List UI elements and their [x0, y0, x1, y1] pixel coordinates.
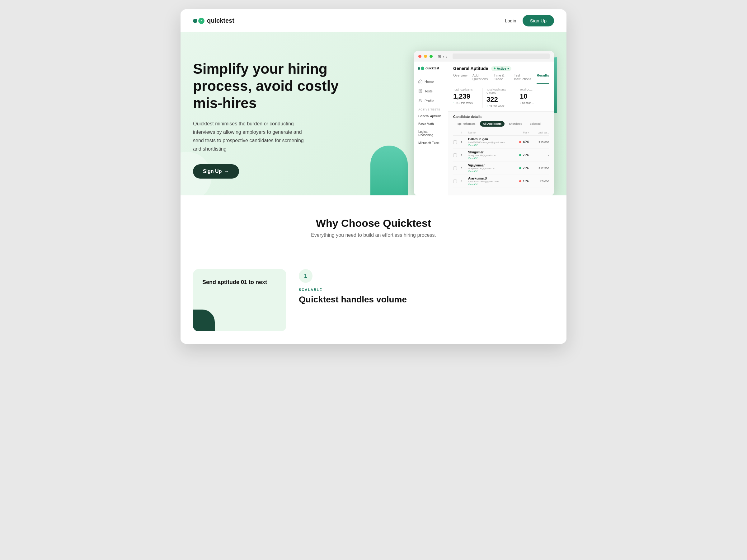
nav-actions: Login Sign Up — [505, 15, 554, 26]
col-check — [453, 131, 459, 134]
tab-overview[interactable]: Overview — [453, 74, 467, 84]
row2-name: Shugumar — [468, 151, 512, 154]
table-row: 2 Shugumar Shugumar98@gmail.com View CV … — [453, 149, 549, 162]
row4-salary: ₹5,000 — [531, 180, 549, 183]
step-number: 1 — [299, 269, 312, 283]
row3-name: Vijaykumar — [468, 164, 512, 167]
stat-total-qu: Total Qu... 10 3 Section... — [520, 88, 549, 108]
stat-cleared-arrow: ↑ — [487, 105, 488, 108]
row3-view-cv[interactable]: View CV — [468, 170, 512, 173]
row4-check[interactable] — [453, 180, 459, 183]
cand-tab-selected[interactable]: Selected — [526, 121, 544, 127]
active-tests-title: ACTIVE TESTS — [414, 108, 448, 111]
row1-num: 1 — [461, 141, 467, 144]
tab-results[interactable]: Results — [537, 74, 549, 84]
logo-icon: ✓ — [193, 18, 205, 24]
step-title: Quicktest handles volume — [299, 295, 554, 304]
app-content-tabs: Overview Add Questions Time & Grade Test… — [453, 74, 549, 84]
row3-mark-dot — [519, 167, 521, 169]
titlebar-icons: ⊞ ‹ › — [438, 54, 447, 59]
stat-total-applicants-arrow: ↑ — [453, 101, 455, 105]
sidebar-test-general-aptitude[interactable]: General Aptitude — [414, 112, 448, 120]
hero-cta-arrow: → — [224, 169, 229, 174]
hero-description: Quicktest minimises the burden or conduc… — [193, 119, 311, 153]
sidebar-logo-dot1 — [418, 67, 420, 70]
app-mock: ⊞ ‹ › quicktest — [414, 51, 554, 195]
app-content-title: General Aptitude — [453, 66, 488, 71]
row1-email: bala250100murugan@gmail.com — [468, 141, 512, 144]
sidebar-logo: quicktest — [414, 66, 448, 74]
cand-tab-shortlisted[interactable]: Shortlisted — [506, 121, 525, 127]
row2-check[interactable] — [453, 153, 459, 157]
row3-num: 3 — [461, 167, 467, 170]
logo-text: quicktest — [207, 17, 234, 24]
sidebar-test-ms-excel[interactable]: Microsoft Excel — [414, 139, 448, 147]
col-num: # — [461, 131, 467, 134]
stat-total-applicants-sub: ↑ 210 this Week — [453, 101, 479, 105]
table-row: 4 Ajaykumar.S ajayoffical2898@gmail.com … — [453, 175, 549, 188]
stat-cleared-label: Total Applicants Cleared — [487, 88, 512, 94]
row3-check[interactable] — [453, 166, 459, 170]
sidebar-logo-dot2 — [421, 66, 424, 70]
hero-cta-label: Sign Up — [203, 169, 222, 174]
tab-add-questions[interactable]: Add Questions — [472, 74, 489, 84]
hero-right: ⊞ ‹ › quicktest — [355, 51, 554, 195]
row2-mark: 70% — [514, 153, 529, 157]
sidebar-item-tests[interactable]: Tests — [414, 86, 448, 96]
logo-dot2: ✓ — [198, 18, 205, 24]
row1-check[interactable] — [453, 140, 459, 144]
tab-test-instructions[interactable]: Test Instructions — [514, 74, 532, 84]
stat-total-applicants-label: Total Applicants — [453, 88, 479, 91]
stat-total-qu-label: Total Qu... — [520, 88, 545, 91]
hero-section: Simplify your hiring process, avoid cost… — [181, 32, 566, 195]
profile-icon — [418, 99, 422, 103]
candidates-tabs: Top Performers All Applicants Shortliste… — [453, 121, 549, 127]
app-header-top: General Aptitude Active ▾ — [453, 66, 549, 71]
status-badge: Active ▾ — [491, 66, 511, 71]
sidebar-item-profile[interactable]: Profile — [414, 96, 448, 105]
app-titlebar: ⊞ ‹ › — [414, 51, 554, 61]
col-name: Name — [468, 131, 512, 134]
row3-mark-value: 70% — [523, 166, 529, 170]
row1-view-cv[interactable]: View CV — [468, 144, 512, 146]
row3-email: vijayku2818@gmail.com — [468, 167, 512, 170]
titlebar-dot-green — [430, 55, 433, 58]
candidates-section: Candidate details Top Performers All App… — [448, 112, 554, 191]
candidates-table: # Name Mark Last sa... 1 — [453, 130, 549, 188]
cand-tab-all-applicants[interactable]: All Applicants — [480, 121, 505, 127]
row1-info: Balamurugan bala250100murugan@gmail.com … — [468, 137, 512, 146]
sidebar-item-profile-label: Profile — [424, 99, 434, 103]
tab-time-grade[interactable]: Time & Grade — [494, 74, 509, 84]
row1-mark: 40% — [514, 140, 529, 144]
stat-total-applicants-sub-text: 210 this Week — [456, 101, 473, 105]
logo-dot1 — [193, 19, 197, 23]
features-steps: 1 SCALABLE Quicktest handles volume — [299, 269, 554, 304]
status-dot — [494, 68, 495, 70]
row2-view-cv[interactable]: View CV — [468, 157, 512, 160]
app-mock-body: quicktest Home — [414, 61, 554, 195]
candidates-section-title: Candidate details — [453, 115, 549, 118]
app-sidebar: quicktest Home — [414, 61, 448, 195]
cand-tab-top-performers[interactable]: Top Performers — [453, 121, 479, 127]
titlebar-icon-back: ‹ — [443, 54, 444, 59]
why-subtitle: Everything you need to build an effortle… — [193, 232, 554, 238]
status-label: Active — [497, 67, 506, 70]
col-salary: Last sa... — [531, 131, 549, 134]
hero-cta-button[interactable]: Sign Up → — [193, 164, 239, 179]
row1-name: Balamurugan — [468, 137, 512, 141]
sidebar-item-home[interactable]: Home — [414, 77, 448, 86]
stat-cleared-sub-text: 59 this week — [489, 105, 505, 108]
sidebar-test-basic-math[interactable]: Basic Math — [414, 120, 448, 128]
row1-mark-value: 40% — [523, 140, 529, 144]
sidebar-logo-icon — [418, 66, 424, 70]
hero-title: Simplify your hiring process, avoid cost… — [193, 60, 342, 112]
login-button[interactable]: Login — [505, 18, 516, 23]
features-card-text: Send aptitude 01 to next — [202, 278, 277, 286]
svg-point-4 — [419, 99, 421, 101]
sidebar-logo-text: quicktest — [426, 66, 439, 70]
sidebar-test-logical-reasoning[interactable]: Logical Reasoning — [414, 128, 448, 139]
titlebar-dot-yellow — [424, 55, 427, 58]
signup-button[interactable]: Sign Up — [522, 15, 554, 26]
features-section: Send aptitude 01 to next 1 SCALABLE Quic… — [181, 257, 566, 344]
row4-view-cv[interactable]: View CV — [468, 183, 512, 186]
